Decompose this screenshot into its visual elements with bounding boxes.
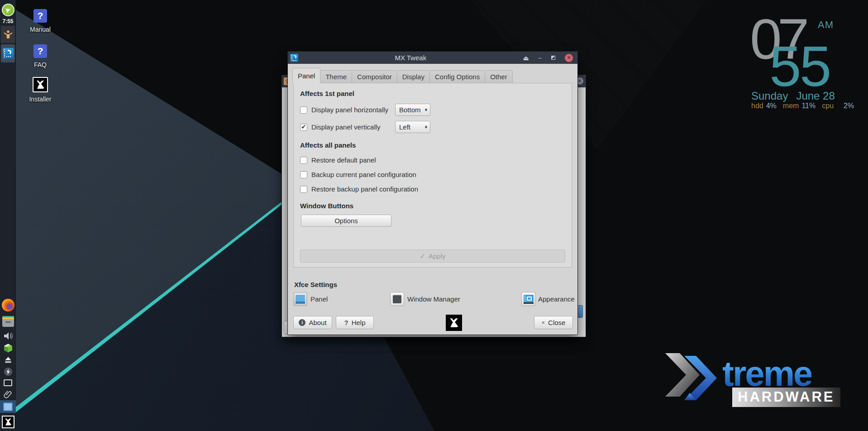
window-manager-icon: [393, 295, 401, 303]
xfce-appearance-button[interactable]: [521, 292, 535, 306]
close-button[interactable]: × Close: [534, 316, 573, 329]
tab-display[interactable]: Display: [397, 70, 430, 83]
mx-panel-badge[interactable]: [0, 416, 16, 428]
mx-installer-icon[interactable]: [33, 77, 48, 92]
about-button[interactable]: i About: [293, 316, 332, 329]
apply-button[interactable]: ✓ Apply: [300, 249, 565, 263]
clock-date: June 28: [796, 90, 835, 102]
help-button[interactable]: ? Help: [336, 316, 374, 329]
panel-clock: 7:55: [0, 18, 16, 24]
desktop-icon-faq[interactable]: ? FAQ: [21, 44, 60, 68]
desktop-icon-installer[interactable]: Installer: [21, 77, 60, 103]
desktop-icon-manual[interactable]: ? Manual: [21, 9, 60, 33]
person-icon: [3, 29, 13, 39]
titlebar[interactable]: MX Tweak ⏏ – ✕: [288, 52, 577, 64]
tab-panel[interactable]: Panel: [292, 68, 320, 83]
stat-mem-label: mem: [783, 102, 799, 110]
package-box-icon: [3, 343, 14, 354]
appearance-icon: [524, 295, 534, 304]
show-desktop-toggle[interactable]: [0, 400, 16, 413]
desktop-icon-label: FAQ: [21, 61, 60, 68]
minimize-icon[interactable]: –: [539, 55, 542, 61]
spinner-arrows-icon[interactable]: ▲▼: [424, 126, 428, 128]
panel-settings-icon: [296, 295, 305, 304]
spinner-arrows-icon[interactable]: ▲▼: [424, 109, 428, 110]
mx-x-icon: [2, 416, 14, 428]
checkbox-display-vertically[interactable]: ✔: [300, 124, 307, 131]
file-cabinet-icon: [2, 316, 14, 327]
tab-other[interactable]: Other: [485, 70, 513, 83]
position-select-horizontal[interactable]: Bottom ▲▼: [395, 104, 430, 116]
tab-compositor[interactable]: Compositor: [352, 70, 397, 83]
tab-theme[interactable]: Theme: [320, 70, 352, 83]
stat-cpu-label: cpu: [822, 102, 834, 110]
package-installer-launcher[interactable]: [0, 343, 16, 354]
firefox-launcher[interactable]: [0, 299, 16, 311]
desktop-icon-label: Installer: [21, 96, 60, 103]
xfce-panel-label: Panel: [310, 295, 328, 303]
mx-x-icon: [448, 317, 460, 329]
taskbar-panel: 7:55: [0, 0, 16, 431]
row-display-vertically: ✔ Display panel vertically Left ▲▼: [300, 121, 565, 133]
row-restore-backup: ✔ Restore backup panel configuration: [300, 185, 565, 193]
app-menu-button[interactable]: [0, 4, 16, 16]
checkbox-restore-backup[interactable]: ✔: [300, 186, 307, 193]
stat-hdd-label: hdd: [751, 102, 763, 110]
paperclip-icon: [3, 389, 13, 399]
shade-window-icon[interactable]: ⏏: [523, 55, 529, 61]
tab-bar: Panel Theme Compositor Display Config Op…: [292, 68, 513, 83]
workspace-icon: [4, 379, 12, 386]
clock-day: Sunday: [751, 90, 788, 102]
workspace-switcher[interactable]: [0, 379, 16, 386]
options-button[interactable]: Options: [301, 215, 391, 227]
task-button-mx-tweak[interactable]: [1, 44, 15, 62]
stat-cpu-value: 2%: [844, 102, 854, 110]
xfce-window-manager-button[interactable]: [390, 292, 404, 306]
volume-control[interactable]: [0, 330, 16, 341]
faq-question-icon[interactable]: ?: [33, 44, 47, 58]
file-manager-launcher[interactable]: [0, 316, 16, 327]
section-window-buttons: Window Buttons: [300, 202, 565, 210]
section-affects-all-panels: Affects all panels: [300, 141, 565, 149]
clipboard-manager[interactable]: [0, 389, 16, 399]
row-display-horizontally: ✔ Display panel horizontally Bottom ▲▼: [300, 104, 565, 116]
xtreme-hardware-logo: treme HARDWARE: [664, 352, 868, 431]
stat-hdd-value: 4%: [766, 102, 777, 110]
xfce-window-manager-label: Window Manager: [407, 295, 460, 303]
task-button-user-window[interactable]: [1, 26, 15, 43]
eject-button[interactable]: [0, 355, 16, 364]
row-backup-current: ✔ Backup current panel configuration: [300, 171, 565, 178]
logo-treme-text: treme: [722, 356, 811, 391]
tab-config-options[interactable]: Config Options: [430, 70, 485, 83]
quick-launch-button[interactable]: [0, 367, 16, 377]
system-stats: hdd4%mem11%cpu2%: [751, 102, 860, 110]
window-title: MX Tweak: [298, 54, 523, 62]
position-select-vertical[interactable]: Left ▲▼: [395, 121, 430, 133]
question-icon: ?: [344, 319, 348, 326]
checkbox-backup-current[interactable]: ✔: [300, 171, 307, 178]
menu-icon: [2, 4, 14, 16]
close-window-icon[interactable]: ✕: [565, 54, 573, 62]
manual-question-icon[interactable]: ?: [33, 9, 47, 23]
xfce-appearance-label: Appearance: [538, 295, 575, 303]
desktop-icon-label: Manual: [21, 26, 60, 33]
xfce-panel-button[interactable]: [293, 292, 307, 306]
section-affects-first-panel: Affects 1st panel: [300, 90, 565, 97]
mx-tweak-window[interactable]: MX Tweak ⏏ – ✕ Panel Theme Compositor Di…: [287, 51, 578, 335]
conky-clock: 07 55 AM SundayJune 28 hdd4%mem11%cpu2%: [724, 9, 868, 118]
speaker-icon: [3, 330, 14, 341]
close-x-icon: ×: [542, 319, 545, 326]
panel-tab-content: Affects 1st panel ✔ Display panel horizo…: [293, 83, 572, 268]
checkbox-label: Restore backup panel configuration: [311, 185, 418, 193]
clock-ampm: AM: [818, 19, 834, 31]
stat-mem-value: 11%: [801, 102, 816, 110]
checkbox-label: Display panel horizontally: [311, 106, 395, 114]
maximize-icon[interactable]: [551, 56, 555, 60]
checkbox-display-horizontally[interactable]: ✔: [300, 106, 307, 114]
mx-logo-badge: [446, 315, 462, 331]
desktop-icon: [3, 402, 13, 411]
firefox-icon: [2, 299, 14, 311]
checkbox-restore-default[interactable]: ✔: [300, 157, 307, 164]
row-restore-default: ✔ Restore default panel: [300, 156, 565, 164]
eject-icon: [4, 355, 13, 364]
